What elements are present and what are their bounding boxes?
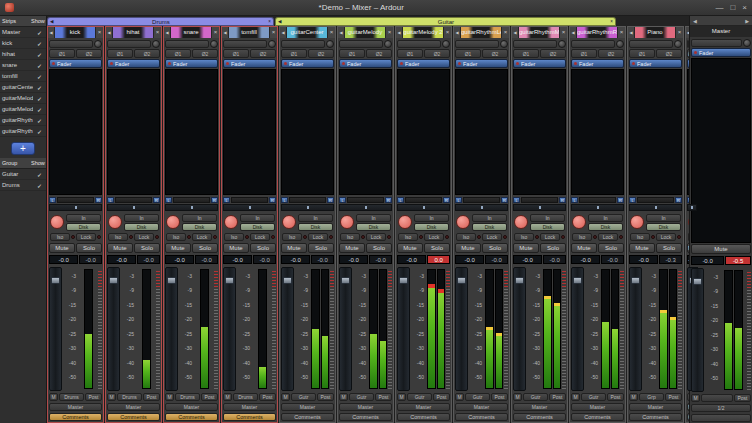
group-tab-drums[interactable]: ◀Drums× [47, 17, 274, 26]
monitor-disk-button[interactable]: Disk [356, 223, 391, 231]
processor-box[interactable] [49, 69, 102, 195]
minimize-icon[interactable]: — [715, 1, 723, 15]
gain-display[interactable]: -0.0 [339, 255, 368, 264]
strip-list-item[interactable]: tomfill✓ [0, 71, 46, 82]
monitor-disk-button[interactable]: Disk [646, 223, 681, 231]
gain-fader-handle[interactable] [341, 277, 350, 284]
processor-led[interactable] [168, 62, 171, 65]
metering-button[interactable]: M [223, 393, 232, 401]
trim-knob[interactable] [384, 40, 392, 48]
monitor-input-button[interactable]: In [66, 214, 101, 222]
pan-width-bar[interactable] [405, 197, 442, 203]
fader-processor-button[interactable]: Fader [513, 59, 566, 68]
strip-list-item[interactable]: hihat✓ [0, 49, 46, 60]
meter-point-button[interactable]: Post [317, 393, 334, 401]
solo-lock-button[interactable]: Lock [250, 233, 270, 241]
monitor-disk-button[interactable]: Disk [124, 223, 159, 231]
pan-width-bar[interactable] [289, 197, 326, 203]
input-button[interactable] [455, 40, 499, 48]
output-button[interactable]: Master [49, 403, 102, 411]
processor-box[interactable] [223, 69, 276, 195]
strip-name-button[interactable]: hihat [113, 27, 153, 38]
processor-led[interactable] [574, 62, 577, 65]
group-close-icon[interactable]: × [608, 19, 615, 24]
solo-isolate-button[interactable]: Iso [108, 233, 128, 241]
meter-point-button[interactable]: Post [201, 393, 218, 401]
polarity-1-button[interactable]: Ø1 [281, 49, 307, 58]
group-close-icon[interactable]: × [266, 19, 273, 24]
strip-show-check[interactable]: ✓ [33, 128, 46, 135]
comments-button[interactable]: Comments [165, 413, 218, 421]
scroll-left-icon[interactable]: ◀ [690, 18, 700, 24]
processor-led[interactable] [458, 62, 461, 65]
master-group-button[interactable] [701, 394, 733, 402]
mute-button[interactable]: Mute [49, 243, 75, 253]
comments-button[interactable]: Comments [107, 413, 160, 421]
strip-close-icon[interactable]: × [385, 27, 393, 38]
master-metering-button[interactable]: M [691, 394, 700, 402]
trim-knob[interactable] [326, 40, 334, 48]
polarity-1-button[interactable]: Ø1 [397, 49, 423, 58]
meter-point-button[interactable]: Post [665, 393, 682, 401]
group-button[interactable]: Drums [117, 393, 142, 401]
group-button[interactable]: Gutr [407, 393, 432, 401]
comments-button[interactable]: Comments [513, 413, 566, 421]
trim-knob[interactable] [558, 40, 566, 48]
strip-show-check[interactable]: ✓ [33, 73, 46, 80]
mute-button[interactable]: Mute [571, 243, 597, 253]
meter-point-button[interactable]: Post [607, 393, 624, 401]
group-button[interactable]: Gutr [581, 393, 606, 401]
solo-button[interactable]: Solo [192, 243, 218, 253]
solo-button[interactable]: Solo [250, 243, 276, 253]
strip-name-button[interactable]: guitarCenter [287, 27, 327, 38]
fader-processor-button[interactable]: Fader [339, 59, 392, 68]
monitor-input-button[interactable]: In [414, 214, 449, 222]
strip-show-check[interactable]: ✓ [33, 51, 46, 58]
solo-lock-button[interactable]: Lock [76, 233, 96, 241]
strip-name-button[interactable]: guitarMelody 2 [403, 27, 443, 38]
polarity-2-button[interactable]: Ø2 [76, 49, 102, 58]
trim-knob[interactable] [442, 40, 450, 48]
strip-name-button[interactable]: snare [171, 27, 211, 38]
input-button[interactable] [629, 40, 673, 48]
pan-width-bar[interactable] [347, 197, 384, 203]
master-trim-knob[interactable] [743, 39, 751, 47]
polarity-2-button[interactable]: Ø2 [366, 49, 392, 58]
strip-show-check[interactable]: ✓ [33, 106, 46, 113]
master-output-button[interactable]: 1/2 [691, 404, 751, 412]
strip-scroll-icon[interactable]: ◀ [396, 27, 403, 38]
strip-name-button[interactable]: guitarRhythmLeft [461, 27, 501, 38]
gain-display[interactable]: -0.0 [223, 255, 252, 264]
solo-lock-button[interactable]: Lock [308, 233, 328, 241]
processor-led[interactable] [632, 62, 635, 65]
comments-button[interactable]: Comments [281, 413, 334, 421]
output-button[interactable]: Master [455, 403, 508, 411]
group-button[interactable]: Drums [59, 393, 84, 401]
input-button[interactable] [165, 40, 209, 48]
maximize-icon[interactable]: □ [730, 1, 735, 15]
group-button[interactable]: Gutr [523, 393, 548, 401]
solo-isolate-button[interactable]: Iso [50, 233, 70, 241]
strip-close-icon[interactable]: × [617, 27, 625, 38]
processor-led[interactable] [52, 62, 55, 65]
strip-show-check[interactable]: ✓ [33, 62, 46, 69]
strip-show-check[interactable]: ✓ [33, 84, 46, 91]
strip-close-icon[interactable]: × [95, 27, 103, 38]
gain-fader-handle[interactable] [225, 277, 234, 284]
input-button[interactable] [107, 40, 151, 48]
scroll-right-icon[interactable]: ▶ [742, 18, 752, 24]
strip-list-item[interactable]: guitarMelody 2✓ [0, 104, 46, 115]
pan-width-bar[interactable] [115, 197, 152, 203]
group-list-item[interactable]: Guitar✓ [0, 169, 46, 180]
solo-isolate-button[interactable]: Iso [514, 233, 534, 241]
master-gain-fader[interactable] [691, 268, 704, 392]
strip-scroll-icon[interactable]: ◀ [454, 27, 461, 38]
monitor-input-button[interactable]: In [472, 214, 507, 222]
strip-show-check[interactable]: ✓ [33, 95, 46, 102]
polarity-2-button[interactable]: Ø2 [250, 49, 276, 58]
solo-button[interactable]: Solo [134, 243, 160, 253]
input-button[interactable] [397, 40, 441, 48]
trim-knob[interactable] [616, 40, 624, 48]
polarity-2-button[interactable]: Ø2 [192, 49, 218, 58]
solo-lock-button[interactable]: Lock [656, 233, 676, 241]
